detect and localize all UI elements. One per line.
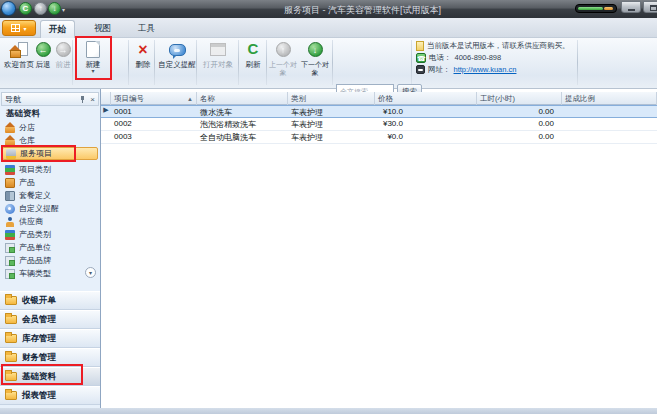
refresh-label: 刷新: [246, 60, 261, 69]
quick-down-icon[interactable]: ↓: [48, 2, 61, 15]
column-header-label: 价格: [378, 94, 393, 104]
sidebar-item-label: 产品: [19, 177, 35, 188]
folder-icon: [5, 353, 17, 362]
sidebar-item-product-unit[interactable]: 产品单位: [2, 241, 98, 254]
sidebar-pane-header: 导航 ×: [1, 92, 99, 106]
cell-category: 车表护理: [288, 118, 375, 130]
column-header-hours[interactable]: 工时(小时): [477, 92, 562, 105]
tab-start[interactable]: 开始: [40, 20, 75, 38]
sidebar-item-package[interactable]: 套餐定义: [2, 189, 98, 202]
quick-up-icon[interactable]: ↑: [34, 2, 47, 15]
website-icon: [416, 65, 425, 74]
sidebar-item-branch[interactable]: 分店: [2, 121, 98, 134]
pin-icon[interactable]: [79, 96, 86, 103]
refresh-button[interactable]: C 刷新: [240, 40, 266, 69]
navigation-sidebar: 导航 × 基础资料 分店 仓库 服务项目 项目类别 产品 套餐定义 自定义提醒 …: [0, 89, 101, 408]
folder-icon: [5, 315, 17, 324]
cell-price: ¥10.0: [375, 106, 477, 117]
sidebar-item-vehicle-type[interactable]: 车辆类型: [2, 267, 98, 280]
sidebar-group-label: 会员管理: [22, 314, 56, 326]
trial-progress-orange: [604, 7, 613, 10]
back-button[interactable]: ← 后退: [33, 40, 53, 69]
forward-button[interactable]: → 前进: [53, 40, 73, 69]
sidebar-item-product-brand[interactable]: 产品品牌: [2, 254, 98, 267]
open-object-label: 打开对象: [203, 60, 233, 69]
app-logo-icon[interactable]: [1, 1, 16, 16]
cell-name: 泡泡浴精致洗车: [197, 118, 288, 130]
sidebar-item-label: 自定义提醒: [19, 203, 59, 214]
sidebar-item-label: 产品类别: [19, 229, 51, 240]
reminder-bubble-icon: [169, 44, 186, 56]
sidebar-close-icon[interactable]: ×: [90, 96, 95, 103]
app-menu-icon: [11, 24, 20, 32]
sidebar-item-label: 项目类别: [19, 164, 51, 175]
column-header-price[interactable]: 价格: [375, 92, 477, 105]
app-menu-caret-icon: ▾: [23, 25, 26, 32]
sidebar-group-reports[interactable]: 报表管理: [0, 386, 100, 405]
cell-hours: 0.00: [477, 118, 562, 130]
sidebar-group-label: 报表管理: [22, 390, 56, 402]
minimize-button[interactable]: [621, 1, 641, 13]
supplier-icon: [5, 217, 15, 227]
column-header-label: 项目编号: [114, 94, 144, 104]
cell-category: 车表护理: [288, 131, 375, 143]
site-link[interactable]: http://www.kuan.cn: [454, 65, 517, 74]
folder-icon: [5, 391, 17, 400]
sidebar-group-label: 收银开单: [22, 295, 56, 307]
tab-tools[interactable]: 工具: [130, 20, 163, 38]
next-object-button[interactable]: ↓ 下一个对象: [298, 40, 332, 76]
cell-hours: 0.00: [477, 106, 562, 117]
table-row[interactable]: 0003 全自动电脑洗车 车表护理 ¥0.0 0.00: [101, 131, 657, 144]
window-title: 服务项目 - 汽车美容管理软件[试用版本]: [284, 4, 441, 17]
refresh-icon: C: [248, 41, 259, 58]
product-category-icon: [5, 230, 15, 240]
phone-label: 电话：: [429, 53, 452, 63]
reminder-label: 自定义提醒: [158, 60, 196, 69]
quick-access-dropdown-icon[interactable]: ▾: [62, 6, 65, 13]
sidebar-item-project-category[interactable]: 项目类别: [2, 163, 98, 176]
cell-price: ¥0.0: [375, 131, 477, 143]
delete-label: 删除: [136, 60, 151, 69]
open-object-icon: [210, 43, 226, 56]
sidebar-item-label: 供应商: [19, 216, 43, 227]
sidebar-group-members[interactable]: 会员管理: [0, 310, 100, 329]
sidebar-item-supplier[interactable]: 供应商: [2, 215, 98, 228]
product-brand-icon: [5, 256, 15, 266]
sidebar-item-label: 套餐定义: [19, 190, 51, 201]
group-separator: [154, 40, 155, 85]
custom-reminder-button[interactable]: 自定义提醒: [157, 40, 197, 69]
sidebar-item-product-category[interactable]: 产品类别: [2, 228, 98, 241]
sidebar-group-inventory[interactable]: 库存管理: [0, 329, 100, 348]
version-site-line: 网址： http://www.kuan.cn: [416, 64, 516, 75]
welcome-home-button[interactable]: 欢迎首页: [2, 40, 36, 69]
version-notice-line: 当前版本是试用版本，请联系供应商购买。: [416, 40, 570, 51]
application-menu-button[interactable]: ▾: [2, 20, 36, 36]
grid-header-row: 项目编号▲ 名称 类别 价格 工时(小时) 提成比例: [101, 92, 657, 105]
cell-ratio: [562, 118, 657, 130]
quick-refresh-icon[interactable]: C: [19, 2, 32, 15]
sidebar-group-billing[interactable]: 收银开单: [0, 291, 100, 310]
cell-code: 0001: [111, 106, 197, 117]
delete-button[interactable]: × 删除: [132, 40, 154, 69]
sidebar-item-product[interactable]: 产品: [2, 176, 98, 189]
row-indicator-icon: ▶: [101, 106, 111, 117]
row-indicator: [101, 118, 111, 130]
prev-object-button[interactable]: ↑ 上一个对象: [266, 40, 300, 76]
prev-object-icon: ↑: [276, 42, 291, 57]
maximize-button[interactable]: [643, 1, 657, 13]
sidebar-item-custom-reminder[interactable]: 自定义提醒: [2, 202, 98, 215]
navbar-overflow-chevron-icon[interactable]: ▾: [85, 267, 96, 278]
column-header-category[interactable]: 类别: [288, 92, 375, 105]
sidebar-item-label: 分店: [19, 122, 35, 133]
sidebar-section-title: 基础资料: [6, 108, 40, 120]
column-header-name[interactable]: 名称: [197, 92, 288, 105]
welcome-home-label: 欢迎首页: [4, 60, 34, 69]
folder-icon: [5, 296, 17, 305]
forward-label: 前进: [56, 60, 71, 69]
table-row[interactable]: 0002 泡泡浴精致洗车 车表护理 ¥30.0 0.00: [101, 118, 657, 131]
table-row[interactable]: ▶ 0001 微水洗车 车表护理 ¥10.0 0.00: [101, 105, 657, 118]
column-header-ratio[interactable]: 提成比例: [562, 92, 657, 105]
column-header-label: 名称: [200, 94, 215, 104]
open-object-button[interactable]: 打开对象: [198, 40, 238, 69]
column-header-code[interactable]: 项目编号▲: [111, 92, 197, 105]
